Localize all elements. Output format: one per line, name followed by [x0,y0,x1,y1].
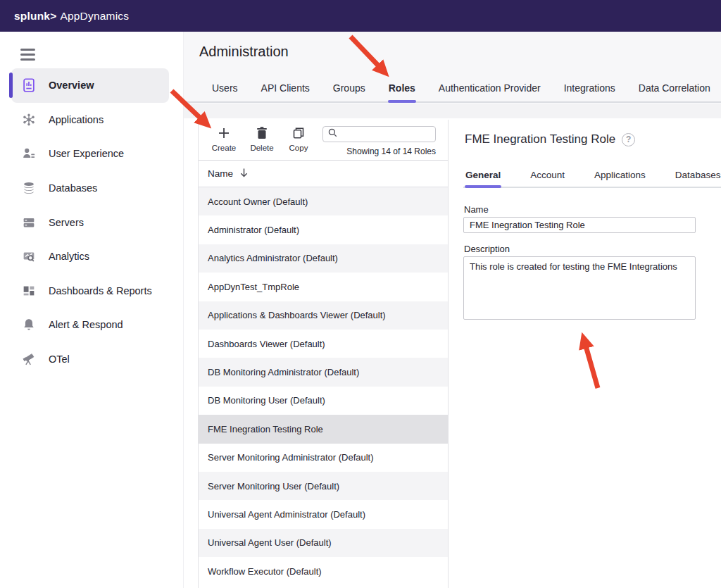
role-list-item[interactable]: Applications & Dashboards Viewer (Defaul… [199,301,448,330]
splunk-logo-text: splunk> [14,10,56,22]
roles-column-header[interactable]: Name [199,161,448,187]
role-list-item[interactable]: Universal Agent Administrator (Default) [199,500,448,528]
roles-content: Create Delete Copy [184,118,721,588]
tab-authentication-provider[interactable]: Authentication Provider [438,78,541,101]
roles-search-box[interactable] [322,126,436,142]
hamburger-menu-icon[interactable] [20,49,35,63]
role-list-item[interactable]: Server Monitoring Administrator (Default… [199,444,448,472]
role-list-item[interactable]: DB Monitoring User (Default) [199,387,448,415]
sidebar-nav: Overview Applications [0,68,183,376]
role-name: Server Monitoring Administrator (Default… [208,452,374,463]
plus-icon [206,125,242,142]
servers-icon [20,214,37,231]
delete-button[interactable]: Delete [244,125,280,152]
role-list-item[interactable]: FME Inegration Testing Role [199,415,448,443]
copy-button-label: Copy [280,144,317,152]
role-name: Administrator (Default) [208,225,299,235]
role-name: Universal Agent Administrator (Default) [208,509,365,520]
create-button-label: Create [206,144,242,152]
role-name: Applications & Dashboards Viewer (Defaul… [208,310,386,320]
user-experience-icon [20,145,37,162]
bell-icon [20,316,37,333]
role-list-item[interactable]: AppDynTest_TmpRole [199,273,448,301]
role-list-item[interactable]: Account Owner (Default) [199,187,448,215]
main-area: Administration Users API Clients Groups … [184,32,721,588]
overview-chart-icon [20,77,37,94]
delete-button-label: Delete [244,144,280,152]
tab-api-clients[interactable]: API Clients [261,78,311,101]
tab-integrations[interactable]: Integrations [563,78,616,101]
sort-descending-icon[interactable] [239,168,249,180]
sidebar-item-servers[interactable]: Servers [11,205,169,239]
sidebar-item-user-experience[interactable]: User Experience [11,137,169,171]
sidebar-item-label: Analytics [49,251,89,262]
app-window: splunk>AppDynamics Overview [0,0,721,588]
applications-hub-icon [20,111,37,128]
role-name: Universal Agent User (Default) [208,537,332,548]
sidebar-item-label: User Experience [49,148,124,159]
roles-toolbar: Create Delete Copy [199,120,448,161]
detail-tab-applications[interactable]: Applications [594,167,646,187]
roles-list: Account Owner (Default) Administrator (D… [199,187,448,585]
databases-icon [20,180,37,196]
sidebar-item-dashboards-reports[interactable]: Dashboards & Reports [11,274,169,308]
top-bar: splunk>AppDynamics [0,0,721,32]
tab-groups[interactable]: Groups [332,78,366,101]
sidebar-item-applications[interactable]: Applications [11,103,169,137]
tab-users[interactable]: Users [211,78,239,101]
appdynamics-logo-text: AppDynamics [60,10,129,22]
telescope-icon [20,351,37,368]
role-detail-tab-bar: General Account Applications Databases [463,167,721,188]
sidebar-item-label: Dashboards & Reports [49,285,152,296]
dashboards-grid-icon [20,282,37,299]
description-field-label: Description [464,244,510,254]
sidebar-item-databases[interactable]: Databases [11,171,169,206]
analytics-search-icon [20,248,37,265]
help-icon[interactable]: ? [622,133,635,146]
showing-count-text: Showing 14 of 14 Roles [322,146,436,156]
role-description-textarea[interactable] [463,256,696,320]
detail-tab-general[interactable]: General [465,167,501,187]
create-button[interactable]: Create [206,125,242,152]
tab-roles[interactable]: Roles [388,78,416,101]
role-list-item[interactable]: Dashboards Viewer (Default) [199,330,448,358]
page-title: Administration [199,44,289,60]
detail-tab-account[interactable]: Account [529,167,565,187]
role-name: DB Monitoring Administrator (Default) [208,367,359,377]
sidebar-item-label: Alert & Respond [49,319,123,330]
role-list-item[interactable]: Workflow Executor (Default) [199,557,448,585]
role-list-item[interactable]: Server Monitoring User (Default) [199,472,448,500]
role-list-item[interactable]: DB Monitoring Administrator (Default) [199,358,448,386]
admin-tab-bar: Users API Clients Groups Roles Authentic… [184,78,721,103]
role-name: Dashboards Viewer (Default) [208,339,325,349]
sidebar-item-label: OTel [49,354,70,365]
left-sidebar: Overview Applications [0,32,184,588]
roles-search-input[interactable] [338,130,422,139]
sidebar-item-alert-respond[interactable]: Alert & Respond [11,308,169,342]
role-name: Server Monitoring User (Default) [208,481,339,492]
role-list-item[interactable]: Analytics Administrator (Default) [199,244,448,273]
copy-icon [280,125,317,142]
sidebar-item-overview[interactable]: Overview [11,68,169,103]
role-list-item[interactable]: Administrator (Default) [199,215,448,244]
role-detail-panel: FME Inegration Testing Role ? General Ac… [463,127,721,588]
trash-icon [244,125,280,142]
sidebar-item-analytics[interactable]: Analytics [11,239,169,274]
sidebar-item-label: Applications [49,114,104,125]
role-list-item[interactable]: Universal Agent User (Default) [199,529,448,557]
name-column-label: Name [208,168,233,179]
copy-button[interactable]: Copy [280,125,317,152]
detail-tab-databases[interactable]: Databases [675,167,721,187]
tab-data-correlation[interactable]: Data Correlation [638,78,711,101]
search-area: Showing 14 of 14 Roles [322,126,436,156]
role-name: FME Inegration Testing Role [208,424,323,434]
sidebar-item-otel[interactable]: OTel [11,342,169,377]
role-name: Account Owner (Default) [208,196,308,207]
role-detail-title: FME Inegration Testing Role [465,132,615,146]
role-name: AppDynTest_TmpRole [208,282,299,292]
sidebar-item-label: Servers [49,217,84,228]
role-name: Analytics Administrator (Default) [208,253,338,263]
detail-title-row: FME Inegration Testing Role ? [465,132,635,146]
role-name-input[interactable] [463,217,696,233]
role-name: Workflow Executor (Default) [208,566,322,577]
